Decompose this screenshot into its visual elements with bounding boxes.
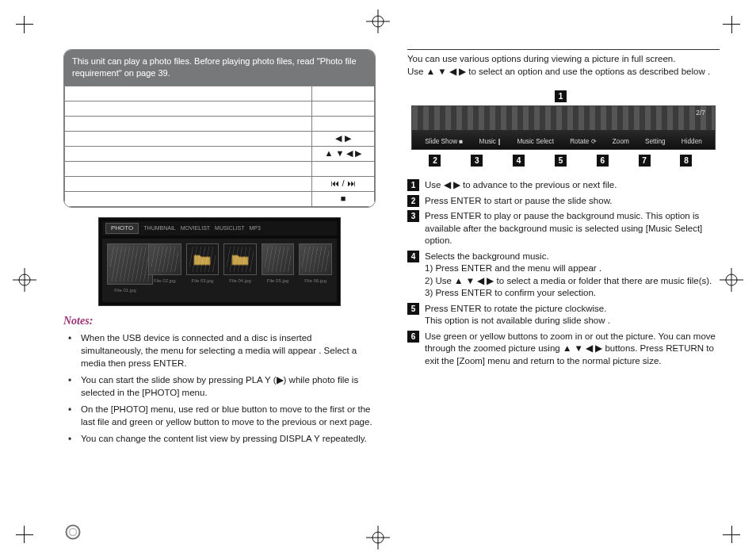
- table-cell: [65, 116, 312, 131]
- table-cell: [312, 161, 375, 176]
- list-number: 6: [407, 331, 419, 343]
- osd-callout-row: 2 3 4 5 6 7 8: [417, 155, 710, 167]
- list-text: Use ◀ ▶ to advance to the previous or ne…: [425, 179, 720, 192]
- callout-5: 5: [555, 155, 567, 167]
- intro-line: You can use various options during viewi…: [407, 53, 720, 66]
- callout-2: 2: [429, 155, 441, 167]
- photo-subtab: MUSICLIST: [215, 224, 244, 232]
- table-cell: [65, 176, 312, 191]
- osd-bar: 2/7 Slide Show ■ Music ‖ Music Select Ro…: [411, 105, 716, 150]
- callout-6: 6: [597, 155, 609, 167]
- thumbnail-folder: File 04.jpg: [223, 243, 257, 293]
- crop-mark: [716, 519, 740, 543]
- list-text: Press ENTER to rotate the picture clockw…: [425, 303, 720, 327]
- crop-mark: [16, 519, 40, 543]
- osd-item-setting: Setting: [645, 137, 666, 146]
- table-cell: [65, 161, 312, 176]
- callout-7: 7: [639, 155, 651, 167]
- notes-list: When the USB device is connected and a d…: [63, 330, 376, 447]
- file-info-box: This unit can play a photo files. Before…: [63, 49, 376, 208]
- list-text: Press ENTER to start or pause the slide …: [425, 195, 720, 208]
- registration-mark: [366, 10, 390, 33]
- file-info-table: ◀ ▶ ▲ ▼ ◀ ▶ ⏮ / ⏭ ■: [64, 86, 375, 207]
- svg-point-13: [70, 529, 77, 536]
- notes-heading: Notes:: [63, 314, 376, 329]
- note-item: When the USB device is connected and a d…: [63, 330, 376, 372]
- page-number-circle: [65, 524, 81, 540]
- osd-item-rotate: Rotate ⟳: [570, 137, 596, 146]
- photo-subtab: MOVIELIST: [181, 224, 210, 232]
- callout-8: 8: [680, 155, 692, 167]
- photo-menu-screenshot: PHOTO THUMBNAIL MOVIELIST MUSICLIST MP3 …: [98, 217, 341, 306]
- crop-mark: [16, 16, 40, 40]
- list-number: 2: [407, 195, 419, 207]
- photo-subtab: THUMBNAIL: [143, 224, 175, 232]
- list-number: 1: [407, 179, 419, 191]
- thumbnail: File 02.jpg: [148, 243, 181, 293]
- table-cell: [65, 101, 312, 116]
- crop-mark: [716, 16, 740, 40]
- osd-item-zoom: Zoom: [613, 137, 629, 146]
- list-text: Selects the background music. 1) Press E…: [425, 251, 720, 300]
- manual-page: This unit can play a photo files. Before…: [0, 0, 756, 559]
- thumbnail: File 05.jpg: [262, 243, 295, 293]
- table-cell: [312, 86, 375, 101]
- list-number: 4: [407, 251, 419, 262]
- table-cell: [65, 86, 312, 101]
- photo-tab: PHOTO: [105, 223, 139, 235]
- registration-mark: [720, 268, 743, 292]
- table-cell: [65, 146, 312, 161]
- note-item: On the [PHOTO] menu, use red or blue but…: [63, 401, 376, 431]
- note-item: You can change the content list view by …: [63, 431, 376, 448]
- list-text: Press ENTER to play or pause the backgro…: [425, 210, 720, 247]
- left-column: This unit can play a photo files. Before…: [63, 49, 376, 448]
- list-number: 3: [407, 210, 419, 222]
- table-cell: ◀ ▶: [312, 131, 375, 146]
- photo-menu-tabbar: PHOTO THUMBNAIL MOVIELIST MUSICLIST MP3: [102, 221, 337, 236]
- right-column: You can use various options during viewi…: [407, 49, 720, 448]
- callout-1: 1: [555, 90, 567, 102]
- table-cell: ■: [312, 191, 375, 206]
- table-cell: ▲ ▼ ◀ ▶: [312, 146, 375, 161]
- osd-item-slideshow: Slide Show ■: [425, 137, 463, 146]
- osd-item-music: Music ‖: [479, 137, 502, 146]
- section-rule: [407, 49, 720, 50]
- intro-line: Use ▲ ▼ ◀ ▶ to select an option and use …: [407, 66, 720, 78]
- list-text: Use green or yellow buttons to zoom in o…: [425, 331, 720, 368]
- photo-subtab: MP3: [249, 224, 260, 232]
- table-cell: [312, 116, 375, 131]
- thumbnail: File 01.jpg: [107, 243, 143, 293]
- table-cell: [312, 101, 375, 116]
- osd-item-hidden: Hidden: [682, 137, 702, 146]
- osd-item-musicselect: Music Select: [517, 137, 554, 146]
- callout-4: 4: [513, 155, 525, 167]
- thumbnail-strip: File 01.jpg File 02.jpg File 03.jpg File…: [102, 239, 337, 301]
- thumbnail-folder: File 03.jpg: [186, 243, 220, 293]
- osd-pagecount: 2/7: [696, 109, 705, 117]
- table-cell: [65, 131, 312, 146]
- table-cell: ⏮ / ⏭: [312, 176, 375, 191]
- callout-3: 3: [471, 155, 483, 167]
- table-cell: [65, 191, 312, 206]
- content-area: This unit can play a photo files. Before…: [63, 49, 720, 535]
- thumbnail: File 06.jpg: [299, 243, 332, 293]
- registration-mark: [13, 268, 36, 292]
- svg-point-12: [67, 526, 80, 539]
- osd-diagram: 1 2/7 Slide Show ■ Music ‖ Music Select …: [407, 90, 720, 167]
- intro-text: You can use various options during viewi…: [407, 53, 720, 78]
- numbered-list: 1Use ◀ ▶ to advance to the previous or n…: [407, 179, 720, 367]
- note-item: You can start the slide show by pressing…: [63, 372, 376, 401]
- list-number: 5: [407, 303, 419, 315]
- file-info-head: This unit can play a photo files. Before…: [64, 50, 375, 86]
